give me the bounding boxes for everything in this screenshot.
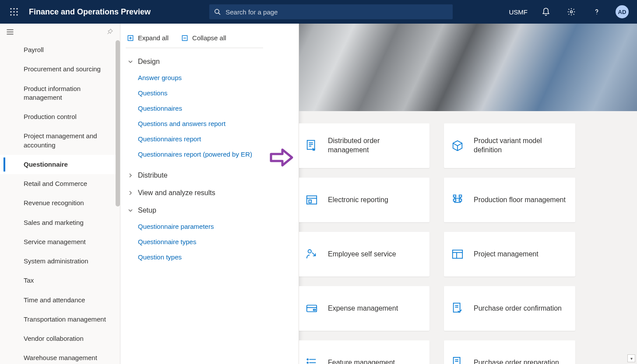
flyout-link-questions-and-answers-report[interactable]: Questions and answers report xyxy=(138,116,285,131)
doc-check-icon xyxy=(450,301,465,316)
svg-point-8 xyxy=(16,14,18,15)
flyout-group-design[interactable]: Design xyxy=(127,58,285,66)
pin-icon[interactable] xyxy=(105,27,115,37)
svg-rect-48 xyxy=(454,357,460,364)
workspace-tile-label: Product variant model definition xyxy=(474,136,567,155)
workspace-tile-feature-management[interactable]: Feature management xyxy=(299,340,429,364)
nav-item-production-control[interactable]: Production control xyxy=(0,107,118,126)
nav-item-procurement-and-sourcing[interactable]: Procurement and sourcing xyxy=(0,60,118,79)
flyout-group-distribute[interactable]: Distribute xyxy=(127,172,285,179)
flyout-link-questionnaire-types[interactable]: Questionnaire types xyxy=(138,234,285,249)
nav-item-system-administration[interactable]: System administration xyxy=(0,252,118,271)
flyout-link-questionnaires-report[interactable]: Questionnaires report xyxy=(138,131,285,147)
workspace-tile-production-floor-management[interactable]: Production floor management xyxy=(444,178,575,222)
banner-image xyxy=(299,24,637,111)
nav-item-time-and-attendance[interactable]: Time and attendance xyxy=(0,290,118,310)
workspace-tile-label: Feature management xyxy=(328,358,395,364)
svg-rect-24 xyxy=(307,196,317,204)
company-picker[interactable]: USMF xyxy=(509,8,528,16)
layout-icon xyxy=(450,247,465,262)
svg-point-6 xyxy=(10,14,11,15)
svg-point-46 xyxy=(307,362,308,364)
svg-rect-28 xyxy=(459,195,462,197)
svg-point-4 xyxy=(13,11,14,12)
collapse-all-button[interactable]: Collapse all xyxy=(182,34,226,42)
user-avatar[interactable]: AD xyxy=(612,2,632,21)
workspace-tile-distributed-order-management[interactable]: Distributed order management xyxy=(299,123,429,168)
search-icon xyxy=(214,8,221,16)
chevron-right-icon xyxy=(127,173,134,178)
workspace-tile-label: Purchase order preparation xyxy=(474,358,559,364)
workspace-tile-purchase-order-confirmation[interactable]: Purchase order confirmation xyxy=(444,286,575,331)
workspace-tile-employee-self-service[interactable]: Employee self service xyxy=(299,232,429,276)
flyout-group-label: View and analyze results xyxy=(138,189,215,197)
flyout-link-question-types[interactable]: Question types xyxy=(138,249,285,265)
nav-item-transportation-management[interactable]: Transportation management xyxy=(0,310,118,329)
nav-item-revenue-recognition[interactable]: Revenue recognition xyxy=(0,193,118,213)
nav-collapse-icon[interactable] xyxy=(5,27,15,37)
workspace-tile-expense-management[interactable]: Expense management xyxy=(299,286,429,331)
svg-point-12 xyxy=(596,14,597,14)
svg-rect-26 xyxy=(309,200,311,203)
svg-point-5 xyxy=(16,11,18,12)
nav-item-vendor-collaboration[interactable]: Vendor collaboration xyxy=(0,329,118,348)
avatar-initials: AD xyxy=(616,5,629,18)
nav-item-sales-and-marketing[interactable]: Sales and marketing xyxy=(0,213,118,232)
workspace-tile-product-variant-model-definition[interactable]: Product variant model definition xyxy=(444,123,575,168)
svg-point-11 xyxy=(570,11,573,13)
workspace-tile-purchase-order-preparation[interactable]: Purchase order preparation xyxy=(444,340,575,364)
nav-item-project-management-and-accounting[interactable]: Project management and accounting xyxy=(0,126,118,155)
app-launcher-icon[interactable] xyxy=(5,3,23,21)
svg-point-7 xyxy=(13,14,14,15)
flyout-group-setup[interactable]: Setup xyxy=(127,206,285,214)
scrollbar-thumb[interactable] xyxy=(116,40,120,206)
nav-item-tax[interactable]: Tax xyxy=(0,271,118,290)
search-box[interactable] xyxy=(209,4,453,19)
expand-all-label: Expand all xyxy=(138,34,169,42)
flyout-link-answer-groups[interactable]: Answer groups xyxy=(138,70,285,85)
svg-rect-29 xyxy=(454,199,456,201)
chevron-right-icon xyxy=(127,190,134,196)
list-icon xyxy=(304,355,319,364)
svg-point-3 xyxy=(10,11,11,12)
window-bar-icon xyxy=(304,192,319,207)
nav-item-payroll[interactable]: Payroll xyxy=(0,40,118,60)
scroll-down-hint-icon[interactable]: ▾ xyxy=(627,354,635,362)
help-icon[interactable] xyxy=(587,2,606,21)
flyout-link-questionnaires[interactable]: Questionnaires xyxy=(138,101,285,116)
annotation-arrow-icon xyxy=(269,148,305,167)
nav-item-service-management[interactable]: Service management xyxy=(0,232,118,252)
module-flyout: Expand all Collapse all DesignAnswer gro… xyxy=(120,24,299,364)
chevron-down-icon xyxy=(127,59,134,64)
doc-plus-icon xyxy=(450,355,465,364)
svg-rect-27 xyxy=(454,195,456,197)
left-nav-rail: PayrollProcurement and sourcingProduct i… xyxy=(0,24,120,364)
svg-point-9 xyxy=(215,9,219,13)
cube-icon xyxy=(450,138,465,153)
workspace-tile-label: Purchase order confirmation xyxy=(474,304,562,313)
flyout-group-label: Design xyxy=(138,58,160,66)
workspace-tile-electronic-reporting[interactable]: Electronic reporting xyxy=(299,178,429,222)
nav-item-questionnaire[interactable]: Questionnaire xyxy=(0,155,118,174)
workspace-tile-label: Electronic reporting xyxy=(328,196,388,205)
nav-item-retail-and-commerce[interactable]: Retail and Commerce xyxy=(0,174,118,193)
svg-line-10 xyxy=(218,13,220,14)
settings-icon[interactable] xyxy=(562,2,581,21)
nav-item-warehouse-management[interactable]: Warehouse management xyxy=(0,348,118,364)
search-input[interactable] xyxy=(225,8,448,16)
notifications-icon[interactable] xyxy=(536,2,556,21)
nav-item-product-information-management[interactable]: Product information management xyxy=(0,79,118,108)
svg-point-0 xyxy=(10,8,11,9)
workspace-tile-project-management[interactable]: Project management xyxy=(444,232,575,276)
workspace-tile-label: Expense management xyxy=(328,304,398,313)
chevron-down-icon xyxy=(127,208,134,213)
workspace-area: Distributed order managementProduct vari… xyxy=(299,24,637,364)
flyout-group-view-and-analyze-results[interactable]: View and analyze results xyxy=(127,189,285,197)
flyout-link-questionnaire-parameters[interactable]: Questionnaire parameters xyxy=(138,219,285,234)
flyout-link-questionnaires-report-powered-by-er-[interactable]: Questionnaires report (powered by ER) xyxy=(138,147,285,162)
workspace-tile-label: Distributed order management xyxy=(328,136,422,155)
nodes-icon xyxy=(450,192,465,207)
expand-all-button[interactable]: Expand all xyxy=(127,34,169,42)
flyout-link-questions[interactable]: Questions xyxy=(138,85,285,101)
svg-point-2 xyxy=(16,8,18,9)
